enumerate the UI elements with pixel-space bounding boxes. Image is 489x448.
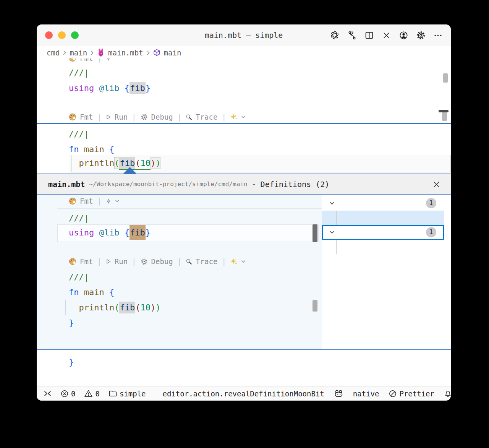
code-line-close-brace[interactable]: } — [69, 355, 74, 370]
gear-icon — [141, 114, 148, 121]
code-line-using[interactable]: using @lib {fib} — [69, 225, 151, 240]
divider-line — [37, 63, 451, 63]
more-actions-icon[interactable] — [432, 30, 443, 41]
peek-arrow — [123, 167, 136, 174]
chevron-down-icon[interactable] — [241, 115, 246, 118]
fn-keyword: fn — [69, 144, 84, 154]
lens-fmt-label[interactable]: Fmt — [80, 197, 93, 205]
error-count: 0 — [71, 390, 75, 398]
lightning-icon[interactable] — [106, 198, 112, 204]
tree-ref-using-lib[interactable]: using @lib {fib} — [322, 211, 444, 225]
scrollbar-thumb[interactable] — [313, 300, 317, 312]
gear-icon — [141, 258, 148, 265]
code-line-fn-main[interactable]: fn main { — [69, 285, 114, 300]
code-line-println[interactable]: println(fib(10)) — [69, 300, 160, 315]
indent-token — [69, 303, 79, 312]
editor[interactable]: Fmt | ///| using @lib {fib} Fmt | Run | … — [37, 58, 451, 386]
settings-gear-icon[interactable] — [415, 30, 426, 41]
lens-divider: | — [96, 197, 102, 205]
code-line-comment[interactable]: ///| — [69, 127, 89, 142]
sparkles-icon[interactable] — [230, 114, 238, 121]
moonbit-face-indicator[interactable] — [334, 390, 343, 397]
fib-definition-match[interactable]: fib — [130, 225, 146, 240]
titlebar: main.mbt — simple — [37, 24, 451, 46]
lens-fmt-label[interactable]: Fmt — [80, 113, 93, 121]
tree-indent-guide — [336, 211, 337, 225]
fib-occurrence[interactable]: fib — [130, 82, 146, 94]
lens-divider: | — [131, 113, 137, 121]
folder-icon — [109, 390, 117, 397]
close-icon — [433, 181, 440, 188]
lens-debug-label[interactable]: Debug — [151, 257, 173, 266]
close-paren-token: ) — [155, 303, 160, 312]
lens-debug-label[interactable]: Debug — [151, 113, 173, 121]
peek-references-tree: main.mbt cmd/main 1 using @lib {fib} sim… — [322, 195, 451, 349]
lens-divider: | — [176, 113, 182, 121]
open-paren-token: ( — [135, 158, 140, 168]
chevron-down-icon[interactable] — [241, 260, 246, 263]
lens-divider: | — [96, 58, 102, 62]
code-line-using[interactable]: using @lib {fib} — [69, 81, 151, 96]
split-editor-icon[interactable] — [364, 30, 374, 41]
fib-occurrence[interactable]: fib — [119, 302, 135, 313]
tree-group-main-mbt[interactable]: main.mbt cmd/main 1 — [322, 196, 444, 211]
account-icon[interactable] — [398, 30, 409, 41]
peek-close-button[interactable] — [432, 180, 441, 189]
code-line-comment[interactable]: ///| — [69, 211, 89, 226]
codelens-main-peek[interactable]: Fmt | Run | Debug | Trace | — [69, 256, 246, 266]
code-line-comment[interactable]: ///| — [69, 269, 89, 285]
lens-fmt-label[interactable]: Fmt — [80, 257, 93, 266]
play-icon — [106, 259, 111, 264]
chevron-down-icon[interactable] — [329, 230, 335, 234]
command-text: editor.action.revealDefinition — [163, 390, 294, 398]
chevron-down-icon[interactable] — [329, 201, 335, 205]
lens-fmt-label[interactable]: Fmt — [80, 58, 93, 62]
code-line-println[interactable]: println(fib(10)) — [69, 156, 160, 171]
lens-run-label[interactable]: Run — [115, 257, 128, 266]
language-mode[interactable]: MoonBit — [294, 390, 324, 398]
code-line-close-brace[interactable]: } — [69, 315, 74, 331]
backend-indicator[interactable]: native — [353, 390, 379, 398]
close-editor-icon[interactable] — [381, 30, 392, 41]
lens-divider: | — [131, 257, 137, 266]
problems-errors[interactable]: 0 — [61, 390, 75, 398]
main-name-token: main — [84, 144, 109, 154]
reference-count-badge: 1 — [426, 227, 436, 237]
sparkles-icon[interactable] — [230, 258, 238, 265]
code-line-comment[interactable]: ///| — [69, 65, 89, 81]
magnifier-icon — [186, 114, 192, 120]
overview-ruler-mark[interactable] — [442, 112, 447, 121]
formatter-indicator[interactable]: Prettier — [389, 390, 434, 398]
chevron-down-icon[interactable] — [115, 200, 120, 203]
breadcrumb-package[interactable]: main — [70, 49, 87, 57]
close-paren-token: ) — [151, 158, 155, 168]
lens-trace-label[interactable]: Trace — [196, 113, 217, 121]
moonbit-rabbit-icon — [97, 48, 105, 57]
comment-token: ///| — [69, 129, 89, 139]
codelens-main[interactable]: Fmt | Run | Debug | Trace | — [69, 112, 246, 122]
breadcrumb-folder[interactable]: cmd — [47, 49, 60, 57]
lens-run-label[interactable]: Run — [115, 113, 128, 121]
remote-indicator[interactable] — [44, 390, 52, 397]
breadcrumb-file[interactable]: main.mbt — [108, 49, 143, 57]
command-indicator[interactable]: editor.action.revealDefinition — [163, 390, 294, 398]
peek-embedded-editor[interactable]: Fmt | ///| using @lib {fib} Fmt | — [37, 195, 322, 349]
open-paren-token: ( — [114, 157, 119, 169]
problems-warnings[interactable]: 0 — [84, 390, 99, 398]
overview-ruler-mark[interactable] — [313, 224, 317, 242]
comment-token: ///| — [69, 272, 89, 282]
scrollbar-thumb[interactable] — [443, 73, 448, 83]
statusbar: 0 0 simple editor.action.revealDefinitio… — [37, 386, 451, 401]
notifications[interactable] — [444, 390, 451, 397]
workspace-folder[interactable]: simple — [109, 390, 146, 398]
codelens-using-peek[interactable]: Fmt | — [69, 196, 120, 206]
statusbar-right: MoonBit native Prettier — [294, 390, 451, 398]
tree-ref-pub-fn-fib[interactable]: pub fn fib(n : Int) → I — [322, 240, 444, 254]
openai-extension-icon[interactable] — [329, 30, 340, 41]
breadcrumb-symbol[interactable]: main — [164, 49, 181, 57]
bracket-match-box: )) — [151, 157, 161, 169]
lightning-icon[interactable] — [106, 58, 112, 61]
source-control-graph-icon[interactable] — [347, 30, 357, 41]
lens-trace-label[interactable]: Trace — [196, 257, 217, 266]
tree-group-simple-mbt[interactable]: simple.mbt 1 — [322, 225, 444, 240]
